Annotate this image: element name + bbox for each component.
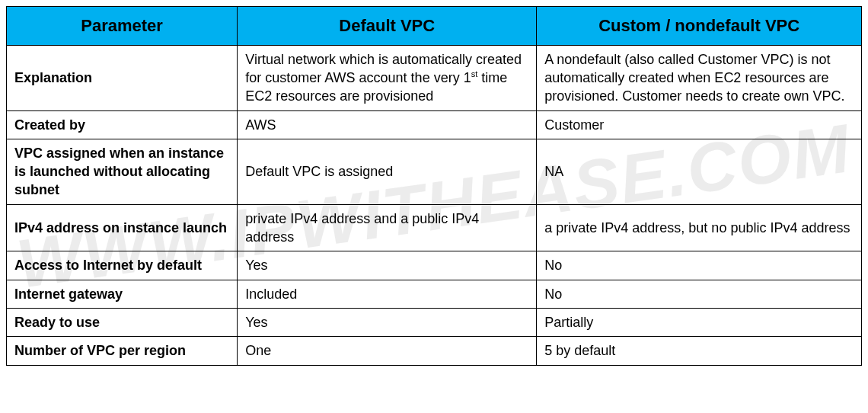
cell-custom: Customer: [537, 110, 862, 139]
table-row: Number of VPC per region One 5 by defaul…: [7, 337, 862, 365]
cell-custom: No: [537, 251, 862, 280]
cell-default: One: [238, 337, 537, 365]
cell-parameter: Internet gateway: [7, 280, 238, 308]
cell-custom: No: [537, 280, 862, 308]
table-header-row: Parameter Default VPC Custom / nondefaul…: [7, 7, 862, 46]
cell-custom: 5 by default: [537, 337, 862, 365]
cell-default: AWS: [238, 110, 537, 139]
cell-default: Default VPC is assigned: [238, 139, 537, 204]
cell-parameter: Explanation: [7, 45, 238, 110]
cell-parameter: IPv4 address on instance launch: [7, 204, 238, 251]
table-row: IPv4 address on instance launch private …: [7, 204, 862, 251]
table-row: VPC assigned when an instance is launche…: [7, 139, 862, 204]
cell-default: Yes: [238, 308, 537, 336]
cell-default: private IPv4 address and a public IPv4 a…: [238, 204, 537, 251]
cell-custom: A nondefault (also called Customer VPC) …: [537, 45, 862, 110]
cell-parameter: Created by: [7, 110, 238, 139]
cell-custom: NA: [537, 139, 862, 204]
cell-custom: Partially: [537, 308, 862, 336]
comparison-table: Parameter Default VPC Custom / nondefaul…: [6, 6, 862, 366]
cell-default: Yes: [238, 251, 537, 280]
cell-custom: a private IPv4 address, but no public IP…: [537, 204, 862, 251]
cell-parameter: Number of VPC per region: [7, 337, 238, 365]
cell-parameter: Access to Internet by default: [7, 251, 238, 280]
header-custom-vpc: Custom / nondefault VPC: [537, 7, 862, 46]
table-row: Access to Internet by default Yes No: [7, 251, 862, 280]
cell-parameter: VPC assigned when an instance is launche…: [7, 139, 238, 204]
table-row: Created by AWS Customer: [7, 110, 862, 139]
table-row: Explanation Virtual network which is aut…: [7, 45, 862, 110]
header-parameter: Parameter: [7, 7, 238, 46]
table-row: Internet gateway Included No: [7, 280, 862, 308]
table-row: Ready to use Yes Partially: [7, 308, 862, 336]
cell-default: Included: [238, 280, 537, 308]
header-default-vpc: Default VPC: [238, 7, 537, 46]
cell-default: Virtual network which is automatically c…: [238, 45, 537, 110]
cell-parameter: Ready to use: [7, 308, 238, 336]
